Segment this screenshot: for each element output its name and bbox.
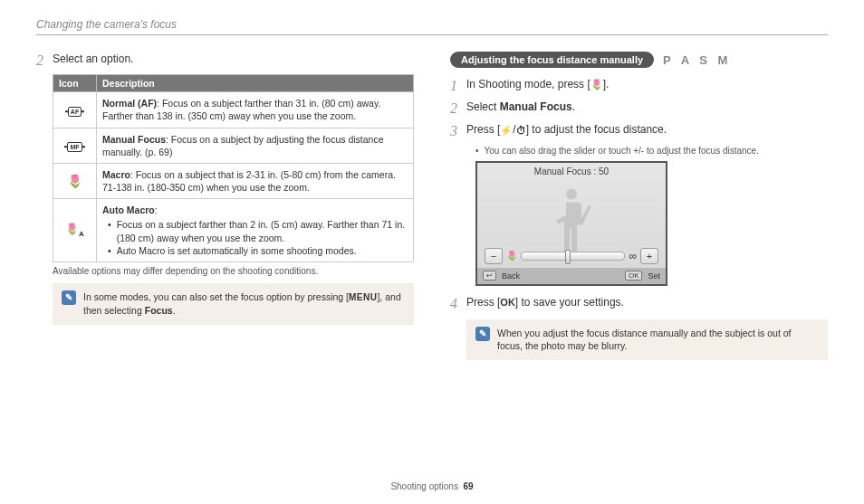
auto-macro-icon: 🌷A — [53, 199, 97, 262]
right-step-3: 3 Press [⚡/⏱] to adjust the focus distan… — [450, 122, 828, 139]
note-icon: ✎ — [475, 327, 490, 341]
table-row: AF Normal (AF): Focus on a subject farth… — [53, 92, 414, 128]
increase-button[interactable]: + — [640, 248, 658, 264]
right-column: Adjusting the focus distance manually P … — [450, 52, 828, 367]
step-text: Select an option. — [53, 52, 133, 67]
macro-end-icon: 🌷 — [506, 251, 517, 261]
screen-title: Manual Focus : 50 — [477, 163, 666, 176]
normal-af-icon: AF — [53, 92, 97, 128]
flash-icon: ⚡ — [500, 124, 513, 138]
options-vary-note: Available options may differ depending o… — [53, 266, 414, 276]
right-step-1: 1 In Shooting mode, press [🌷]. — [450, 77, 828, 94]
step-text: In Shooting mode, press [🌷]. — [466, 77, 609, 92]
macro-icon: 🌷 — [53, 163, 97, 198]
infinity-end-icon: ∞ — [629, 250, 637, 262]
focus-options-table: Icon Description AF Normal (AF): Focus o… — [53, 74, 414, 262]
cell-description: Macro: Focus on a subject that is 2-31 i… — [97, 163, 414, 198]
cell-description: Manual Focus: Focus on a subject by adju… — [97, 128, 414, 163]
left-step-2: 2 Select an option. — [36, 52, 414, 69]
back-key-icon: ↩ — [483, 271, 496, 281]
cell-description: Auto Macro: •Focus on a subject farther … — [97, 199, 414, 262]
camera-screen-mock: Manual Focus : 50 − 🌷 ∞ + ↩ Back OK Set — [475, 161, 667, 286]
step-number: 1 — [450, 77, 466, 94]
screen-body: − 🌷 ∞ + — [477, 176, 666, 268]
step-number: 4 — [450, 295, 466, 312]
mode-indicator: P A S M — [663, 53, 731, 67]
slider-thumb[interactable] — [565, 250, 571, 264]
left-column: 2 Select an option. Icon Description AF … — [36, 52, 414, 367]
menu-tip-box: ✎ In some modes, you can also set the fo… — [53, 283, 414, 325]
macro-button-icon: 🌷 — [590, 78, 603, 91]
step-number: 2 — [450, 100, 466, 117]
step-text: Press [OK] to save your settings. — [466, 295, 624, 310]
section-heading-row: Adjusting the focus distance manually P … — [450, 52, 828, 68]
section-pill: Adjusting the focus distance manually — [450, 52, 654, 68]
subject-silhouette-icon — [549, 189, 594, 252]
note-icon: ✎ — [62, 290, 76, 305]
right-step-4: 4 Press [OK] to save your settings. — [450, 295, 828, 312]
decrease-button[interactable]: − — [485, 248, 503, 264]
step-number: 2 — [36, 52, 53, 69]
step-number: 3 — [450, 122, 466, 139]
page-footer: Shooting options 69 — [0, 481, 864, 491]
th-icon: Icon — [53, 75, 97, 92]
right-step-2: 2 Select Manual Focus. — [450, 100, 828, 117]
note-text: When you adjust the focus distance manua… — [497, 327, 819, 353]
screen-footer: ↩ Back OK Set — [477, 268, 666, 284]
focus-slider-track[interactable] — [521, 252, 625, 261]
page-header: Changing the camera's focus — [36, 18, 828, 35]
step-text: Press [⚡/⏱] to adjust the focus distance… — [466, 122, 667, 138]
table-row: 🌷 Macro: Focus on a subject that is 2-31… — [53, 163, 414, 198]
set-label: Set — [648, 271, 660, 281]
manual-focus-icon: MF — [53, 128, 97, 163]
timer-icon: ⏱ — [516, 124, 526, 138]
back-label: Back — [502, 271, 520, 281]
table-row: 🌷A Auto Macro: •Focus on a subject farth… — [53, 199, 414, 262]
step-text: Select Manual Focus. — [466, 100, 575, 115]
th-description: Description — [97, 75, 414, 92]
cell-description: Normal (AF): Focus on a subject farther … — [97, 92, 414, 128]
ok-button-icon: OK — [500, 297, 515, 308]
table-row: MF Manual Focus: Focus on a subject by a… — [53, 128, 414, 163]
focus-slider-row: − 🌷 ∞ + — [485, 248, 658, 264]
menu-label-icon: MENU — [349, 292, 377, 302]
note-text: In some modes, you can also set the focu… — [83, 290, 405, 318]
step-3-sub-note: You can also drag the slider or touch +/… — [475, 146, 828, 156]
ok-key-icon: OK — [625, 271, 643, 281]
blur-warning-box: ✎ When you adjust the focus distance man… — [466, 319, 828, 360]
